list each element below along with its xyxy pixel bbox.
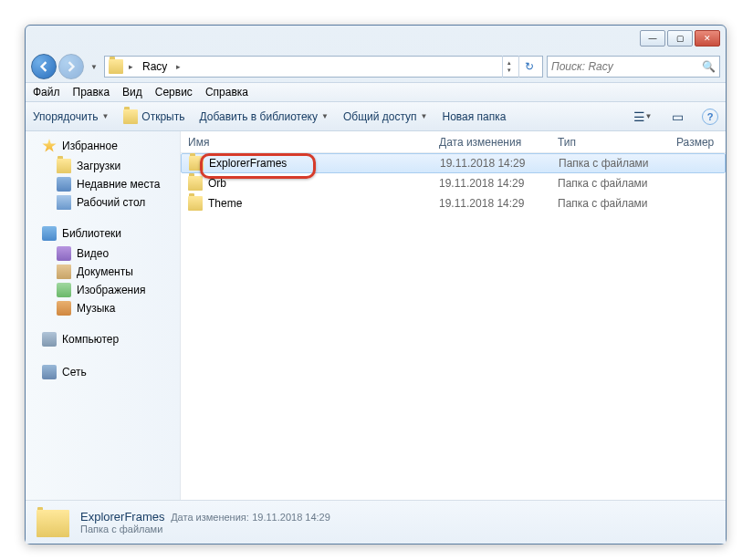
minimize-button[interactable]: — [640,30,665,47]
file-row[interactable]: ExplorerFrames19.11.2018 14:29Папка с фа… [181,153,726,173]
address-prev[interactable]: ▴ [503,59,515,67]
back-button[interactable] [31,54,57,79]
star-icon [42,139,57,153]
menu-bar: Файл Правка Вид Сервис Справка [26,82,726,102]
file-list-area: Имя Дата изменения Тип Размер ExplorerFr… [181,131,726,500]
folder-icon [189,156,204,171]
add-to-library-button[interactable]: Добавить в библиотеку ▼ [199,110,328,123]
sidebar-libraries[interactable]: Библиотеки [26,224,180,244]
preview-pane-button[interactable]: ▭ [667,107,687,127]
folder-icon [123,109,138,124]
status-date-value: 19.11.2018 14:29 [252,512,330,523]
sidebar-favorites[interactable]: Избранное [26,137,180,157]
breadcrumb-root-arrow[interactable]: ▸ [127,62,135,71]
sidebar-network[interactable]: Сеть [26,363,180,383]
view-options-button[interactable]: ☰ ▼ [633,107,653,127]
file-type: Папка с файлами [550,197,669,210]
column-headers: Имя Дата изменения Тип Размер [181,131,726,153]
file-type: Папка с файлами [550,177,669,190]
video-icon [57,246,71,261]
file-name: ExplorerFrames [209,157,287,170]
file-row[interactable]: Theme19.11.2018 14:29Папка с файлами [181,193,726,213]
column-name[interactable]: Имя [181,136,432,149]
help-button[interactable]: ? [702,109,718,125]
file-row[interactable]: Orb19.11.2018 14:29Папка с файлами [181,173,726,193]
explorer-window: — ▢ ✕ ▼ ▸ Racy ▸ ▴▾ ↻ 🔍 Файл Пра [25,25,727,544]
breadcrumb-arrow[interactable]: ▸ [174,62,183,71]
sidebar-computer[interactable]: Компьютер [26,330,180,350]
folder-icon [109,59,123,74]
sidebar-item-videos[interactable]: Видео [26,244,180,263]
menu-file[interactable]: Файл [33,86,60,99]
menu-help[interactable]: Справка [205,86,248,99]
menu-view[interactable]: Вид [122,86,142,99]
forward-button[interactable] [58,54,84,79]
menu-edit[interactable]: Правка [73,86,110,99]
status-folder-icon [37,506,69,539]
column-type[interactable]: Тип [550,136,669,149]
new-folder-button[interactable]: Новая папка [442,110,506,123]
file-name: Theme [208,197,242,210]
sidebar-item-documents[interactable]: Документы [26,263,180,281]
open-button[interactable]: Открыть [123,109,184,124]
toolbar: Упорядочить ▼ Открыть Добавить в библиот… [26,102,726,131]
organize-button[interactable]: Упорядочить ▼ [33,110,109,123]
status-file-name: ExplorerFrames [80,510,164,524]
sidebar-item-desktop[interactable]: Рабочий стол [26,193,180,212]
folder-icon [188,176,203,191]
address-bar[interactable]: ▸ Racy ▸ ▴▾ ↻ [104,56,543,78]
search-box[interactable]: 🔍 [547,56,720,78]
folder-icon [188,196,203,211]
file-date: 19.11.2018 14:29 [432,197,550,210]
file-name: Orb [208,177,226,190]
status-date-label: Дата изменения: [171,512,249,523]
image-icon [57,283,71,297]
document-icon [57,264,71,279]
column-date[interactable]: Дата изменения [432,136,550,149]
music-icon [57,301,71,316]
file-type: Папка с файлами [551,157,670,170]
sidebar-item-music[interactable]: Музыка [26,299,180,317]
sidebar-item-downloads[interactable]: Загрузки [26,157,180,175]
share-button[interactable]: Общий доступ ▼ [343,110,428,123]
sidebar-item-pictures[interactable]: Изображения [26,281,180,299]
search-input[interactable] [551,60,698,73]
folder-icon [57,159,71,173]
recent-icon [57,177,71,192]
maximize-button[interactable]: ▢ [667,30,693,47]
breadcrumb-item[interactable]: Racy [139,60,171,73]
titlebar: — ▢ ✕ [26,26,726,51]
status-file-type: Папка с файлами [80,524,330,534]
sidebar-item-recent[interactable]: Недавние места [26,175,180,193]
search-icon[interactable]: 🔍 [702,60,716,73]
navigation-bar: ▼ ▸ Racy ▸ ▴▾ ↻ 🔍 [26,51,726,82]
file-date: 19.11.2018 14:29 [433,157,551,170]
address-next[interactable]: ▾ [503,67,515,74]
file-rows: ExplorerFrames19.11.2018 14:29Папка с фа… [181,153,726,500]
close-button[interactable]: ✕ [695,30,720,47]
column-size[interactable]: Размер [669,136,726,149]
status-bar: ExplorerFrames Дата изменения: 19.11.201… [26,500,726,544]
menu-tools[interactable]: Сервис [155,86,193,99]
library-icon [42,226,57,241]
network-icon [42,365,57,379]
computer-icon [42,332,57,347]
refresh-button[interactable]: ↻ [518,56,539,78]
file-date: 19.11.2018 14:29 [432,177,550,190]
navigation-pane: Избранное Загрузки Недавние места Рабочи… [26,131,181,500]
desktop-icon [57,195,71,210]
nav-history-dropdown[interactable]: ▼ [88,56,100,78]
